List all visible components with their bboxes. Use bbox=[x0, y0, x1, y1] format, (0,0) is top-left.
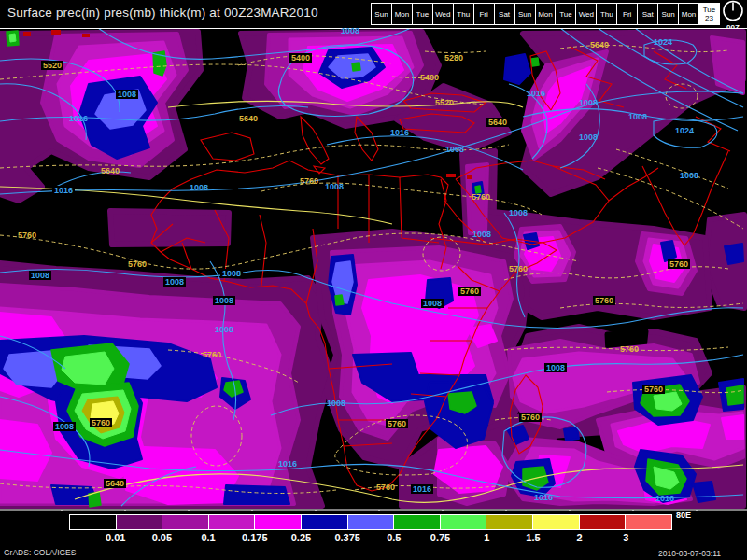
day-cell-2-mon[interactable]: Mon bbox=[391, 3, 413, 25]
day-label: Wed bbox=[435, 10, 450, 19]
legend-color-box-3 bbox=[208, 515, 255, 529]
legend-value: 0.05 bbox=[152, 532, 172, 543]
legend-color-box-8 bbox=[440, 515, 486, 529]
legend-value: 0.375 bbox=[334, 532, 360, 543]
day-label: Mon bbox=[395, 10, 410, 19]
legend-value: 1 bbox=[484, 532, 489, 543]
day-label: Fri bbox=[479, 10, 487, 19]
day-cell-17-tue[interactable]: Tue23 bbox=[698, 3, 720, 25]
day-label: Thu bbox=[600, 10, 613, 19]
legend-value: 3 bbox=[623, 532, 628, 543]
legend-color-box-2 bbox=[162, 515, 208, 529]
day-label: Mon bbox=[538, 10, 553, 19]
day-cell-3-tue[interactable]: Tue bbox=[412, 3, 433, 25]
day-selector-strip: SunMonTueWedThuFriSatSunMonTueWedThuFriS… bbox=[372, 3, 720, 25]
day-cell-14-sat[interactable]: Sat bbox=[637, 3, 658, 25]
day-cell-1-sun[interactable]: Sun bbox=[371, 3, 392, 25]
clock-button[interactable]: 00Z bbox=[720, 0, 746, 32]
day-label: Tue bbox=[559, 10, 572, 19]
legend-color-box-1 bbox=[116, 515, 162, 529]
legend-value: 1.5 bbox=[526, 532, 540, 543]
day-cell-13-fri[interactable]: Fri bbox=[616, 3, 638, 25]
legend-color-box-6 bbox=[347, 515, 394, 529]
day-cell-12-thu[interactable]: Thu bbox=[596, 3, 617, 25]
clock-icon bbox=[721, 0, 745, 22]
day-label: Wed bbox=[579, 10, 594, 19]
generation-timestamp: 2010-03-07-03:11 bbox=[658, 549, 721, 558]
legend-value: 0.175 bbox=[242, 532, 268, 543]
legend-color-box-9 bbox=[486, 515, 532, 529]
day-cell-15-sun[interactable]: Sun bbox=[657, 3, 679, 25]
legend-color-box-10 bbox=[532, 515, 579, 529]
legend-color-box-5 bbox=[301, 515, 347, 529]
grads-credit: GrADS: COLA/IGES bbox=[4, 548, 76, 557]
day-label: Fri bbox=[623, 10, 631, 19]
day-label: Tue bbox=[416, 10, 430, 19]
grads-weather-page: Surface prec(in) pres(mb) thick(m) at 00… bbox=[0, 0, 747, 560]
day-cell-10-tue[interactable]: Tue bbox=[555, 3, 576, 25]
precip-legend-bar bbox=[69, 514, 672, 530]
longitude-axis-label: 80E bbox=[676, 511, 691, 520]
weather-map bbox=[0, 28, 747, 511]
day-label: Sat bbox=[499, 10, 510, 19]
legend-color-box-11 bbox=[579, 515, 626, 529]
legend-color-box-4 bbox=[254, 515, 301, 529]
legend-value: 2 bbox=[577, 532, 583, 543]
day-label: Tue bbox=[703, 6, 716, 14]
day-label: Thu bbox=[457, 10, 470, 19]
legend-value: 0.01 bbox=[106, 532, 125, 543]
day-cell-9-mon[interactable]: Mon bbox=[535, 3, 557, 25]
legend-color-box-12 bbox=[625, 515, 671, 529]
day-label: Sun bbox=[661, 10, 674, 19]
legend-value: 0.25 bbox=[291, 532, 311, 543]
day-cell-16-mon[interactable]: Mon bbox=[678, 3, 699, 25]
day-cell-6-fri[interactable]: Fri bbox=[473, 3, 495, 25]
day-cell-4-wed[interactable]: Wed bbox=[432, 3, 454, 25]
day-date: 23 bbox=[705, 14, 713, 22]
legend-value: 0.1 bbox=[201, 532, 215, 543]
legend-value: 0.5 bbox=[387, 532, 401, 543]
day-label: Sun bbox=[518, 10, 531, 19]
day-label: Mon bbox=[682, 10, 697, 19]
day-cell-7-sat[interactable]: Sat bbox=[494, 3, 515, 25]
day-cell-11-wed[interactable]: Wed bbox=[575, 3, 597, 25]
page-title: Surface prec(in) pres(mb) thick(m) at 00… bbox=[7, 6, 318, 20]
day-cell-5-thu[interactable]: Thu bbox=[453, 3, 474, 25]
day-label: Sun bbox=[374, 10, 388, 19]
precip-legend-values: 0.010.050.10.1750.250.3750.50.7511.523 bbox=[69, 532, 672, 545]
legend-value: 0.75 bbox=[430, 532, 450, 543]
legend-color-box-7 bbox=[393, 515, 440, 529]
legend-color-box-0 bbox=[70, 515, 116, 529]
day-cell-8-sun[interactable]: Sun bbox=[514, 3, 536, 25]
day-label: Sat bbox=[642, 10, 654, 19]
